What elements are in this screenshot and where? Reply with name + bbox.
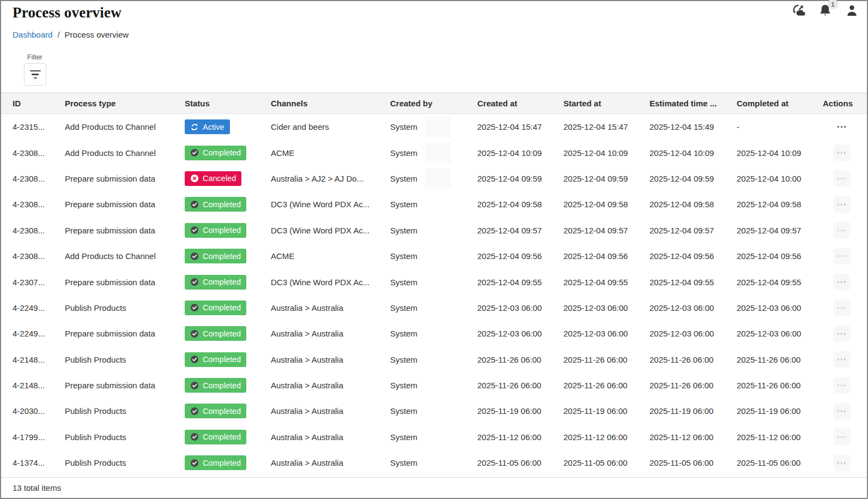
table-row[interactable]: 4-2030... Publish Products [1, 398, 867, 424]
table-row[interactable]: 4-2307... Prepare submission data [1, 269, 867, 294]
table-row[interactable]: 4-1799... Publish Products [1, 424, 867, 450]
table-row[interactable]: 4-2249... Prepare submission data [1, 321, 867, 346]
table-row[interactable]: 4-2308... Add Products to Channel [1, 140, 867, 165]
filter-button[interactable] [24, 63, 46, 86]
table-row[interactable]: 4-2308... Prepare submission data [1, 166, 867, 191]
col-header-status[interactable]: Status [185, 99, 271, 108]
cell-id: 4-2315... [13, 122, 65, 131]
cell-estimated-time: 2025-12-04 09:58 [650, 200, 737, 209]
breadcrumb-dashboard-link[interactable]: Dashboard [13, 30, 52, 39]
cell-started-at: 2025-11-12 06:00 [563, 432, 650, 442]
cell-status: Completed [185, 223, 271, 238]
page-header: Process overview 1 [1, 1, 867, 86]
cell-status: Completed [185, 352, 271, 367]
status-badge-label: Completed [203, 303, 241, 312]
table-row[interactable]: 4-2148... Prepare submission data [1, 372, 867, 398]
col-header-channels[interactable]: Channels [271, 99, 390, 108]
row-actions-button[interactable] [834, 274, 850, 290]
cell-completed-at: 2025-12-03 06:00 [737, 303, 823, 312]
cell-process-type: Publish Products [65, 406, 185, 416]
table-row[interactable]: 4-2308... Prepare submission data [1, 191, 867, 217]
row-actions-button[interactable] [834, 403, 850, 419]
cell-started-at: 2025-12-04 09:57 [563, 226, 650, 235]
row-actions-button[interactable] [834, 455, 850, 471]
filter-block: Filter [13, 53, 855, 86]
table-row[interactable]: 4-2308... Add Products to Channel [1, 243, 867, 269]
cell-channels: Australia > Australia [271, 406, 390, 416]
page-title: Process overview [13, 4, 855, 21]
cell-estimated-time: 2025-12-04 10:09 [650, 148, 737, 158]
cell-estimated-time: 2025-12-04 15:49 [650, 122, 737, 131]
table-row[interactable]: 4-1374... Publish Products [1, 450, 867, 476]
col-header-id[interactable]: ID [13, 99, 65, 108]
cell-actions [823, 170, 860, 187]
row-actions-button[interactable] [834, 222, 850, 238]
check-circle-icon [190, 432, 199, 441]
col-header-created-by[interactable]: Created by [390, 99, 477, 108]
cell-process-type: Prepare submission data [65, 381, 185, 390]
cell-estimated-time: 2025-11-26 06:00 [650, 381, 737, 390]
table-row[interactable]: 4-2148... Publish Products [1, 347, 867, 372]
cell-process-type: Prepare submission data [65, 174, 185, 183]
cell-status: Active [185, 119, 271, 134]
cell-created-by: System [390, 303, 477, 312]
col-header-completed-at[interactable]: Completed at [737, 99, 823, 108]
cell-actions [823, 299, 860, 316]
kebab-icon [837, 384, 840, 387]
cell-status: Canceled [185, 171, 271, 186]
row-actions-button[interactable] [834, 377, 850, 394]
row-actions-button[interactable] [834, 299, 850, 316]
status-badge: Completed [185, 326, 246, 341]
cell-estimated-time: 2025-11-19 06:00 [650, 406, 737, 416]
status-badge: Completed [185, 146, 246, 160]
cell-actions [823, 351, 860, 368]
table-row[interactable]: 4-2308... Prepare submission data [1, 218, 867, 243]
cell-actions [823, 455, 860, 471]
row-actions-button[interactable] [834, 429, 850, 445]
cell-created-at: 2025-11-12 06:00 [477, 432, 563, 442]
table-row[interactable]: 4-2249... Publish Products [1, 295, 867, 321]
user-profile-icon[interactable] [845, 3, 859, 18]
cell-id: 4-2308... [13, 200, 65, 209]
status-badge-label: Completed [203, 278, 241, 286]
kebab-icon [837, 281, 840, 283]
cell-estimated-time: 2025-12-03 06:00 [650, 303, 737, 312]
breadcrumb-separator: / [57, 30, 59, 39]
row-actions-button[interactable] [834, 119, 850, 135]
status-badge: Completed [185, 300, 246, 315]
col-header-started-at[interactable]: Started at [563, 99, 650, 108]
sync-cloud-icon[interactable] [791, 3, 806, 18]
cell-id: 4-2249... [13, 329, 65, 338]
cell-estimated-time: 2025-12-04 09:59 [650, 174, 737, 183]
kebab-icon [837, 178, 840, 180]
row-actions-button[interactable] [834, 145, 850, 161]
cell-actions [823, 274, 860, 290]
check-circle-icon [190, 329, 199, 338]
table-row[interactable]: 4-2315... Add Products to Channel [1, 114, 867, 140]
row-actions-button[interactable] [834, 196, 850, 213]
cell-started-at: 2025-12-04 15:47 [563, 122, 650, 131]
row-actions-button[interactable] [834, 326, 850, 342]
col-header-created-at[interactable]: Created at [477, 99, 563, 108]
cell-created-by: System [390, 200, 477, 209]
check-circle-icon [190, 355, 199, 364]
col-header-estimated-time[interactable]: Estimated time ... [650, 99, 737, 108]
check-circle-icon [190, 303, 199, 312]
notifications-bell-icon[interactable]: 1 [818, 3, 833, 18]
cell-created-by: System [390, 251, 477, 261]
topbar-icons: 1 [791, 3, 859, 18]
cell-started-at: 2025-12-04 09:59 [563, 174, 650, 183]
status-badge: Active [185, 119, 230, 134]
row-actions-button[interactable] [834, 248, 850, 264]
cell-status: Completed [185, 249, 271, 263]
row-actions-button[interactable] [834, 351, 850, 368]
cell-id: 4-1799... [13, 432, 65, 442]
col-header-process-type[interactable]: Process type [65, 99, 185, 108]
cell-created-at: 2025-11-26 06:00 [477, 381, 563, 390]
cell-completed-at: 2025-12-03 06:00 [737, 329, 823, 338]
kebab-icon [837, 410, 840, 412]
cell-created-by: System [390, 329, 477, 338]
row-actions-button[interactable] [834, 170, 850, 187]
x-circle-icon [190, 174, 199, 183]
cell-completed-at: 2025-12-04 09:55 [737, 278, 823, 287]
